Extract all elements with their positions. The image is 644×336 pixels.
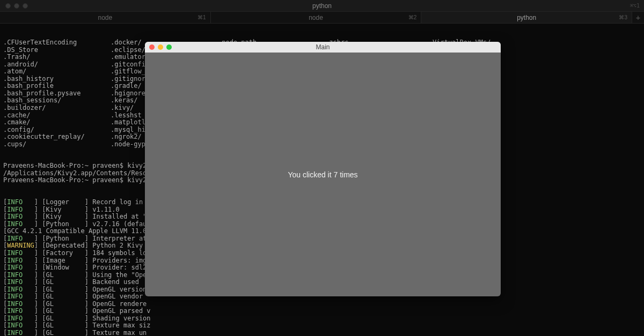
tab-shortcut: ⌘3: [619, 14, 627, 20]
window-title: python: [312, 2, 332, 10]
file-name: .bash_history: [3, 76, 111, 83]
file-name: .cache/: [3, 112, 111, 120]
file-name: .bash_profile: [3, 83, 111, 90]
kivy-window-title: Main: [316, 43, 330, 51]
minimize-icon[interactable]: [158, 44, 163, 50]
close-icon[interactable]: [149, 44, 155, 50]
app-titlebar: python ⌘⌥1: [0, 0, 644, 12]
file-name: .cmake/: [3, 119, 111, 126]
log-line: [INFO ] [GL ] Shading version: [3, 315, 641, 323]
tab-add-button[interactable]: +: [632, 12, 644, 23]
file-name: .CFUserTextEncoding: [3, 39, 111, 47]
log-line: [INFO ] [GL ] OpenGL parsed v: [3, 308, 641, 315]
file-name: .cups/: [3, 141, 111, 148]
tab-label: node: [309, 14, 323, 21]
file-name: .cookiecutter_replay/: [3, 133, 111, 141]
file-name: .config/: [3, 126, 111, 134]
file-name: .buildozer/: [3, 104, 111, 112]
tab-shortcut: ⌘1: [197, 14, 206, 20]
zoom-icon[interactable]: [166, 44, 172, 50]
log-line: [INFO ] [GL ] OpenGL rendere: [3, 301, 641, 308]
log-line: [INFO ] [GL ] Texture max un: [3, 330, 641, 336]
file-name: .atom/: [3, 68, 111, 76]
kivy-button[interactable]: You clicked it 7 times: [145, 53, 501, 296]
file-name: .android/: [3, 61, 111, 69]
zoom-icon[interactable]: [23, 3, 28, 9]
file-name: .bash_profile.pysave: [3, 90, 111, 98]
kivy-click-label: You clicked it 7 times: [288, 170, 357, 179]
tabs-bar: node ⌘1 node ⌘2 python ⌘3 +: [0, 12, 644, 24]
close-icon[interactable]: [5, 3, 11, 9]
file-name: .bash_sessions/: [3, 97, 111, 104]
kivy-titlebar[interactable]: Main: [145, 42, 501, 53]
minimize-icon[interactable]: [14, 3, 19, 9]
terminal-traffic-lights: [0, 3, 28, 9]
tab-label: python: [517, 14, 536, 21]
tab-shortcut: ⌘2: [408, 14, 417, 20]
log-line: [INFO ] [GL ] Texture max siz: [3, 322, 641, 330]
file-name: .DS_Store: [3, 47, 111, 54]
tab-node-1[interactable]: node ⌘1: [0, 12, 211, 23]
tab-python[interactable]: python ⌘3: [421, 12, 632, 23]
kivy-app-window[interactable]: Main You clicked it 7 times: [145, 42, 501, 296]
window-shortcut-indicator: ⌘⌥1: [630, 3, 640, 9]
tab-node-2[interactable]: node ⌘2: [211, 12, 422, 23]
tab-label: node: [98, 14, 112, 21]
kivy-traffic-lights: [145, 44, 172, 50]
file-name: .Trash/: [3, 54, 111, 61]
